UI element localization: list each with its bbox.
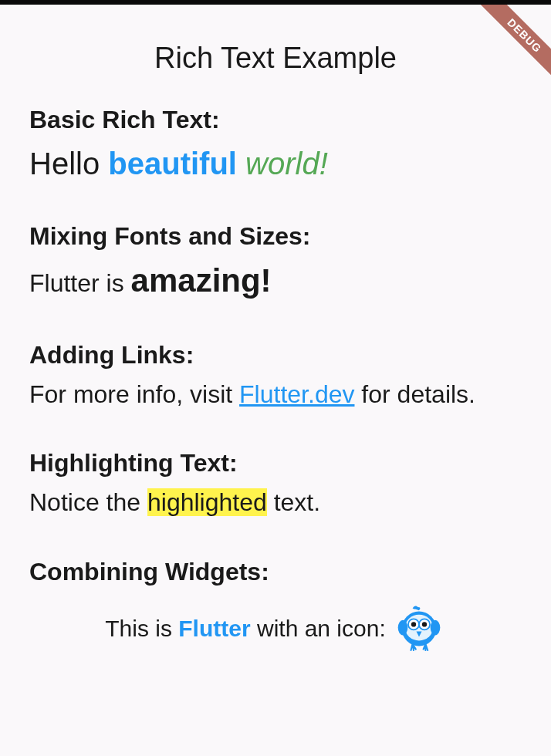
- section-title-highlight: Highlighting Text:: [29, 449, 522, 478]
- section-mixing-fonts: Mixing Fonts and Sizes: Flutter is amazi…: [29, 222, 522, 302]
- svg-point-6: [397, 620, 407, 636]
- links-content: For more info, visit Flutter.dev for det…: [29, 379, 522, 411]
- svg-point-3: [411, 622, 416, 626]
- basic-rich-text-content: Hello beautiful world!: [29, 143, 522, 184]
- text-this-is: This is: [105, 616, 178, 641]
- text-notice-the: Notice the: [29, 488, 147, 516]
- section-basic-rich-text: Basic Rich Text: Hello beautiful world!: [29, 106, 522, 184]
- flutter-dev-link[interactable]: Flutter.dev: [239, 380, 354, 408]
- text-for-details: for details.: [354, 380, 475, 408]
- section-title-links: Adding Links:: [29, 341, 522, 370]
- section-title-basic: Basic Rich Text:: [29, 106, 522, 134]
- dash-bird-icon: [392, 602, 446, 656]
- app-container: DEBUG Rich Text Example Basic Rich Text:…: [0, 5, 551, 756]
- text-amazing: amazing!: [131, 262, 272, 299]
- fonts-content: Flutter is amazing!: [29, 260, 522, 302]
- content-area: Basic Rich Text: Hello beautiful world! …: [0, 106, 551, 656]
- section-adding-links: Adding Links: For more info, visit Flutt…: [29, 341, 522, 411]
- section-combining-widgets: Combining Widgets: This is Flutter with …: [29, 558, 522, 656]
- text-flutter: Flutter: [178, 616, 250, 641]
- highlight-content: Notice the highlighted text.: [29, 487, 522, 519]
- svg-point-5: [422, 622, 427, 626]
- section-title-fonts: Mixing Fonts and Sizes:: [29, 222, 522, 251]
- section-highlighting: Highlighting Text: Notice the highlighte…: [29, 449, 522, 519]
- widget-row: This is Flutter with an icon:: [29, 602, 522, 656]
- text-with-icon: with an icon:: [251, 616, 386, 641]
- text-flutter-is: Flutter is: [29, 269, 131, 297]
- text-highlighted: highlighted: [147, 488, 267, 516]
- text-hello: Hello: [29, 147, 108, 181]
- text-for-more-info: For more info, visit: [29, 380, 239, 408]
- section-title-widgets: Combining Widgets:: [29, 558, 522, 586]
- text-text: text.: [267, 488, 320, 516]
- text-beautiful: beautiful: [108, 147, 237, 181]
- widget-text-content: This is Flutter with an icon:: [105, 616, 385, 642]
- text-world: world!: [237, 147, 328, 181]
- svg-point-7: [430, 620, 440, 636]
- app-title: Rich Text Example: [0, 5, 551, 106]
